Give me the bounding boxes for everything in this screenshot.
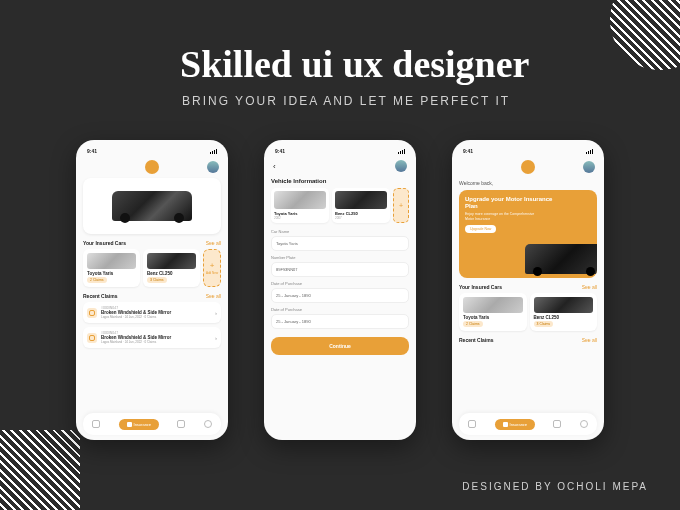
field-label-car: Car Name (271, 229, 409, 234)
phone-mockup-3: 9:41 Welcome back, Upgrade your Motor In… (452, 140, 604, 440)
section-title: Recent Claims (83, 293, 117, 299)
vehicle-year: 2007 (335, 216, 387, 220)
hero-car-card[interactable] (83, 178, 221, 234)
plus-icon: + (210, 262, 215, 270)
vehicle-card-2[interactable]: Benz CL250 2007 (332, 188, 390, 223)
vehicle-card-1[interactable]: Toyota Yaris 2002 (271, 188, 329, 223)
see-all-link[interactable]: See all (206, 240, 221, 246)
nav-grid-icon[interactable] (177, 420, 185, 428)
add-car-button[interactable]: + Add New (203, 249, 221, 287)
app-logo[interactable] (145, 160, 159, 174)
decoration-stripes-bl (0, 430, 80, 510)
nav-grid-icon[interactable] (553, 420, 561, 428)
claims-badge: 2 Claims (87, 277, 107, 283)
nav-help-icon[interactable] (580, 420, 588, 428)
field-label-plate: Number Plate (271, 255, 409, 260)
section-title: Your Insured Cars (83, 240, 126, 246)
nav-insurance-active[interactable]: Insurance (119, 419, 160, 430)
plus-icon: + (399, 202, 403, 209)
see-all-link[interactable]: See all (206, 293, 221, 299)
back-arrow-icon[interactable]: ‹ (273, 162, 276, 171)
phone-mockup-1: 9:41 Your Insured Cars See all Toyota Ya… (76, 140, 228, 440)
app-logo[interactable] (521, 160, 535, 174)
bottom-nav: Insurance (83, 413, 221, 435)
signal-icon (210, 148, 217, 154)
phone-mockup-2: 9:41 ‹ Vehicle Information Toyota Yaris … (264, 140, 416, 440)
cars-row: Toyota Yaris 2 Claims Benz CL250 3 Claim… (459, 293, 597, 331)
claims-badge: 3 Claims (534, 321, 554, 327)
top-bar (459, 158, 597, 178)
nav-home-icon[interactable] (92, 420, 100, 428)
user-avatar[interactable] (395, 160, 407, 172)
car-card-1[interactable]: Toyota Yaris 2 Claims (83, 249, 140, 287)
chevron-right-icon: › (215, 335, 217, 341)
car-thumb (87, 253, 136, 269)
section-header-cars: Your Insured Cars See all (459, 284, 597, 290)
car-card-2[interactable]: Benz CL250 3 Claims (530, 293, 598, 331)
car-thumb (463, 297, 523, 313)
section-title: Your Insured Cars (459, 284, 502, 290)
add-vehicle-button[interactable]: + (393, 188, 409, 223)
claim-card[interactable]: #000IN047 Broken Windshield & Side Mirro… (83, 327, 221, 348)
date-purchase-input-2[interactable]: 25 - January - 1890 (271, 314, 409, 329)
claim-meta: Lagos Mainland · 24 Jan, 2022 · 0 Claims (101, 315, 211, 319)
phone-mockups-row: 9:41 Your Insured Cars See all Toyota Ya… (0, 140, 680, 440)
car-card-2[interactable]: Benz CL250 3 Claims (143, 249, 200, 287)
car-name: Benz CL250 (534, 315, 594, 320)
see-all-link[interactable]: See all (582, 337, 597, 343)
nav-label: Insurance (134, 422, 152, 427)
claim-card[interactable]: #000IN047 Broken Windshield & Side Mirro… (83, 302, 221, 323)
date-purchase-input[interactable]: 25 - January - 1890 (271, 288, 409, 303)
vehicle-thumb (274, 191, 326, 209)
field-label-dop2: Date of Purchase (271, 307, 409, 312)
see-all-link[interactable]: See all (582, 284, 597, 290)
status-bar: 9:41 (271, 146, 409, 158)
claim-meta: Lagos Mainland · 24 Jan, 2022 · 0 Claims (101, 340, 211, 344)
promo-desc: Enjoy more coverage on the Comprehensive… (465, 212, 541, 221)
chevron-right-icon: › (215, 310, 217, 316)
car-thumb (147, 253, 196, 269)
cars-row: Toyota Yaris 2 Claims Benz CL250 3 Claim… (83, 249, 221, 287)
user-avatar[interactable] (207, 161, 219, 173)
section-header-cars: Your Insured Cars See all (83, 240, 221, 246)
decoration-stripes-tr (610, 0, 680, 70)
signal-icon (398, 148, 405, 154)
nav-home-icon[interactable] (468, 420, 476, 428)
promo-title: Upgrade your Motor Insurance Plan (465, 196, 553, 210)
car-name-input[interactable]: Toyota Yaris (271, 236, 409, 251)
car-image (112, 191, 192, 221)
continue-button[interactable]: Continue (271, 337, 409, 355)
claim-icon (87, 333, 97, 343)
status-time: 9:41 (463, 148, 473, 154)
status-bar: 9:41 (83, 146, 221, 158)
car-name: Toyota Yaris (87, 271, 136, 276)
subheadline: BRING YOUR IDEA AND LET ME PERFECT IT (182, 94, 510, 108)
section-header-claims: Recent Claims See all (459, 337, 597, 343)
car-thumb (534, 297, 594, 313)
vehicle-thumb (335, 191, 387, 209)
car-card-1[interactable]: Toyota Yaris 2 Claims (459, 293, 527, 331)
signal-icon (586, 148, 593, 154)
promo-banner[interactable]: Upgrade your Motor Insurance Plan Enjoy … (459, 190, 597, 278)
credit-line: DESIGNED BY OCHOLI MEPA (462, 481, 648, 492)
car-name: Benz CL250 (147, 271, 196, 276)
car-name: Toyota Yaris (463, 315, 523, 320)
vehicle-year: 2002 (274, 216, 326, 220)
section-title: Recent Claims (459, 337, 493, 343)
status-bar: 9:41 (459, 146, 597, 158)
number-plate-input[interactable]: 89F93NN07 (271, 262, 409, 277)
top-bar (83, 158, 221, 178)
nav-insurance-active[interactable]: Insurance (495, 419, 536, 430)
field-label-dop: Date of Purchase (271, 281, 409, 286)
top-bar: ‹ (271, 158, 409, 176)
headline: Skilled ui ux designer (180, 42, 529, 86)
nav-help-icon[interactable] (204, 420, 212, 428)
bottom-nav: Insurance (459, 413, 597, 435)
welcome-text: Welcome back, (459, 180, 597, 186)
status-time: 9:41 (275, 148, 285, 154)
vehicles-row: Toyota Yaris 2002 Benz CL250 2007 + (271, 188, 409, 223)
user-avatar[interactable] (583, 161, 595, 173)
claims-badge: 3 Claims (147, 277, 167, 283)
status-time: 9:41 (87, 148, 97, 154)
upgrade-button[interactable]: Upgrade Now (465, 225, 496, 233)
